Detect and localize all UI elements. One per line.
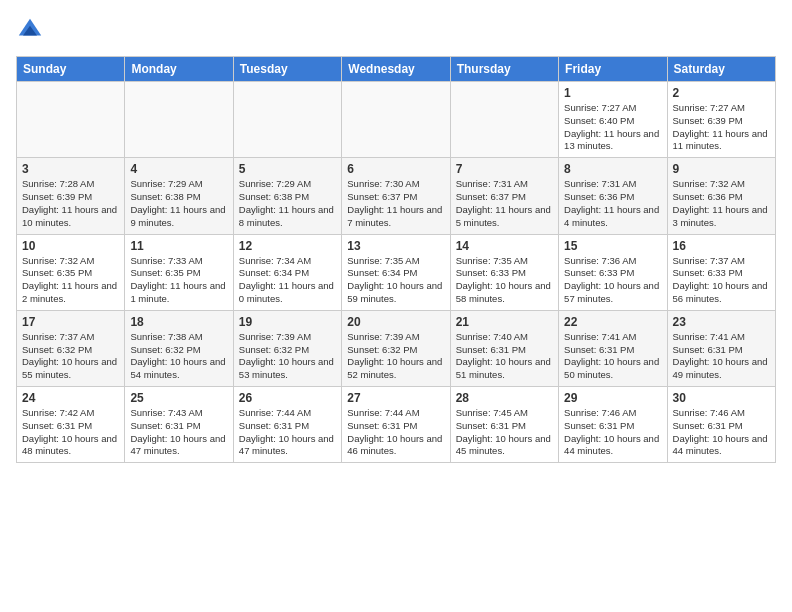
calendar-day-cell: 18Sunrise: 7:38 AM Sunset: 6:32 PM Dayli… bbox=[125, 310, 233, 386]
calendar-day-cell: 23Sunrise: 7:41 AM Sunset: 6:31 PM Dayli… bbox=[667, 310, 775, 386]
day-info: Sunrise: 7:37 AM Sunset: 6:32 PM Dayligh… bbox=[22, 331, 119, 382]
day-number: 17 bbox=[22, 315, 119, 329]
calendar-day-cell: 30Sunrise: 7:46 AM Sunset: 6:31 PM Dayli… bbox=[667, 387, 775, 463]
day-number: 10 bbox=[22, 239, 119, 253]
calendar-day-cell: 20Sunrise: 7:39 AM Sunset: 6:32 PM Dayli… bbox=[342, 310, 450, 386]
calendar-day-cell bbox=[342, 82, 450, 158]
day-number: 22 bbox=[564, 315, 661, 329]
day-number: 6 bbox=[347, 162, 444, 176]
day-number: 23 bbox=[673, 315, 770, 329]
calendar-day-cell: 13Sunrise: 7:35 AM Sunset: 6:34 PM Dayli… bbox=[342, 234, 450, 310]
day-info: Sunrise: 7:33 AM Sunset: 6:35 PM Dayligh… bbox=[130, 255, 227, 306]
day-number: 7 bbox=[456, 162, 553, 176]
calendar-day-cell: 5Sunrise: 7:29 AM Sunset: 6:38 PM Daylig… bbox=[233, 158, 341, 234]
calendar-day-cell: 10Sunrise: 7:32 AM Sunset: 6:35 PM Dayli… bbox=[17, 234, 125, 310]
calendar-col-header: Sunday bbox=[17, 57, 125, 82]
calendar-col-header: Monday bbox=[125, 57, 233, 82]
calendar-day-cell: 21Sunrise: 7:40 AM Sunset: 6:31 PM Dayli… bbox=[450, 310, 558, 386]
day-number: 20 bbox=[347, 315, 444, 329]
calendar-day-cell: 9Sunrise: 7:32 AM Sunset: 6:36 PM Daylig… bbox=[667, 158, 775, 234]
logo-icon bbox=[16, 16, 44, 44]
day-info: Sunrise: 7:32 AM Sunset: 6:35 PM Dayligh… bbox=[22, 255, 119, 306]
day-info: Sunrise: 7:34 AM Sunset: 6:34 PM Dayligh… bbox=[239, 255, 336, 306]
day-number: 2 bbox=[673, 86, 770, 100]
calendar-day-cell: 29Sunrise: 7:46 AM Sunset: 6:31 PM Dayli… bbox=[559, 387, 667, 463]
day-info: Sunrise: 7:27 AM Sunset: 6:39 PM Dayligh… bbox=[673, 102, 770, 153]
day-info: Sunrise: 7:42 AM Sunset: 6:31 PM Dayligh… bbox=[22, 407, 119, 458]
day-info: Sunrise: 7:40 AM Sunset: 6:31 PM Dayligh… bbox=[456, 331, 553, 382]
calendar-col-header: Tuesday bbox=[233, 57, 341, 82]
day-info: Sunrise: 7:44 AM Sunset: 6:31 PM Dayligh… bbox=[347, 407, 444, 458]
day-info: Sunrise: 7:38 AM Sunset: 6:32 PM Dayligh… bbox=[130, 331, 227, 382]
calendar-day-cell: 1Sunrise: 7:27 AM Sunset: 6:40 PM Daylig… bbox=[559, 82, 667, 158]
calendar-day-cell: 3Sunrise: 7:28 AM Sunset: 6:39 PM Daylig… bbox=[17, 158, 125, 234]
day-info: Sunrise: 7:44 AM Sunset: 6:31 PM Dayligh… bbox=[239, 407, 336, 458]
day-number: 26 bbox=[239, 391, 336, 405]
calendar-table: SundayMondayTuesdayWednesdayThursdayFrid… bbox=[16, 56, 776, 463]
day-number: 8 bbox=[564, 162, 661, 176]
day-number: 1 bbox=[564, 86, 661, 100]
calendar-day-cell: 24Sunrise: 7:42 AM Sunset: 6:31 PM Dayli… bbox=[17, 387, 125, 463]
day-info: Sunrise: 7:41 AM Sunset: 6:31 PM Dayligh… bbox=[673, 331, 770, 382]
day-info: Sunrise: 7:41 AM Sunset: 6:31 PM Dayligh… bbox=[564, 331, 661, 382]
calendar-day-cell: 14Sunrise: 7:35 AM Sunset: 6:33 PM Dayli… bbox=[450, 234, 558, 310]
day-info: Sunrise: 7:28 AM Sunset: 6:39 PM Dayligh… bbox=[22, 178, 119, 229]
day-number: 5 bbox=[239, 162, 336, 176]
day-info: Sunrise: 7:35 AM Sunset: 6:34 PM Dayligh… bbox=[347, 255, 444, 306]
calendar-day-cell: 27Sunrise: 7:44 AM Sunset: 6:31 PM Dayli… bbox=[342, 387, 450, 463]
calendar-day-cell: 4Sunrise: 7:29 AM Sunset: 6:38 PM Daylig… bbox=[125, 158, 233, 234]
day-info: Sunrise: 7:31 AM Sunset: 6:36 PM Dayligh… bbox=[564, 178, 661, 229]
day-number: 28 bbox=[456, 391, 553, 405]
day-number: 3 bbox=[22, 162, 119, 176]
calendar-day-cell: 8Sunrise: 7:31 AM Sunset: 6:36 PM Daylig… bbox=[559, 158, 667, 234]
calendar-header-row: SundayMondayTuesdayWednesdayThursdayFrid… bbox=[17, 57, 776, 82]
calendar-col-header: Wednesday bbox=[342, 57, 450, 82]
day-number: 27 bbox=[347, 391, 444, 405]
day-number: 18 bbox=[130, 315, 227, 329]
day-number: 12 bbox=[239, 239, 336, 253]
day-number: 25 bbox=[130, 391, 227, 405]
day-info: Sunrise: 7:45 AM Sunset: 6:31 PM Dayligh… bbox=[456, 407, 553, 458]
calendar-day-cell: 22Sunrise: 7:41 AM Sunset: 6:31 PM Dayli… bbox=[559, 310, 667, 386]
calendar-day-cell bbox=[233, 82, 341, 158]
day-info: Sunrise: 7:35 AM Sunset: 6:33 PM Dayligh… bbox=[456, 255, 553, 306]
day-info: Sunrise: 7:32 AM Sunset: 6:36 PM Dayligh… bbox=[673, 178, 770, 229]
calendar-day-cell: 2Sunrise: 7:27 AM Sunset: 6:39 PM Daylig… bbox=[667, 82, 775, 158]
day-info: Sunrise: 7:46 AM Sunset: 6:31 PM Dayligh… bbox=[564, 407, 661, 458]
calendar-day-cell: 17Sunrise: 7:37 AM Sunset: 6:32 PM Dayli… bbox=[17, 310, 125, 386]
logo bbox=[16, 16, 48, 44]
day-info: Sunrise: 7:29 AM Sunset: 6:38 PM Dayligh… bbox=[239, 178, 336, 229]
day-number: 9 bbox=[673, 162, 770, 176]
page-header bbox=[16, 16, 776, 44]
day-info: Sunrise: 7:36 AM Sunset: 6:33 PM Dayligh… bbox=[564, 255, 661, 306]
calendar-col-header: Friday bbox=[559, 57, 667, 82]
calendar-day-cell bbox=[450, 82, 558, 158]
calendar-day-cell: 19Sunrise: 7:39 AM Sunset: 6:32 PM Dayli… bbox=[233, 310, 341, 386]
day-info: Sunrise: 7:27 AM Sunset: 6:40 PM Dayligh… bbox=[564, 102, 661, 153]
day-number: 16 bbox=[673, 239, 770, 253]
calendar-day-cell: 26Sunrise: 7:44 AM Sunset: 6:31 PM Dayli… bbox=[233, 387, 341, 463]
calendar-day-cell: 25Sunrise: 7:43 AM Sunset: 6:31 PM Dayli… bbox=[125, 387, 233, 463]
day-info: Sunrise: 7:46 AM Sunset: 6:31 PM Dayligh… bbox=[673, 407, 770, 458]
day-number: 13 bbox=[347, 239, 444, 253]
calendar-day-cell: 15Sunrise: 7:36 AM Sunset: 6:33 PM Dayli… bbox=[559, 234, 667, 310]
day-info: Sunrise: 7:37 AM Sunset: 6:33 PM Dayligh… bbox=[673, 255, 770, 306]
day-info: Sunrise: 7:31 AM Sunset: 6:37 PM Dayligh… bbox=[456, 178, 553, 229]
day-info: Sunrise: 7:39 AM Sunset: 6:32 PM Dayligh… bbox=[239, 331, 336, 382]
calendar-day-cell bbox=[125, 82, 233, 158]
calendar-week-row: 3Sunrise: 7:28 AM Sunset: 6:39 PM Daylig… bbox=[17, 158, 776, 234]
day-number: 29 bbox=[564, 391, 661, 405]
calendar-col-header: Saturday bbox=[667, 57, 775, 82]
calendar-day-cell: 7Sunrise: 7:31 AM Sunset: 6:37 PM Daylig… bbox=[450, 158, 558, 234]
calendar-day-cell: 16Sunrise: 7:37 AM Sunset: 6:33 PM Dayli… bbox=[667, 234, 775, 310]
day-number: 21 bbox=[456, 315, 553, 329]
day-number: 30 bbox=[673, 391, 770, 405]
calendar-day-cell: 6Sunrise: 7:30 AM Sunset: 6:37 PM Daylig… bbox=[342, 158, 450, 234]
day-number: 15 bbox=[564, 239, 661, 253]
day-number: 4 bbox=[130, 162, 227, 176]
day-number: 14 bbox=[456, 239, 553, 253]
day-info: Sunrise: 7:30 AM Sunset: 6:37 PM Dayligh… bbox=[347, 178, 444, 229]
calendar-col-header: Thursday bbox=[450, 57, 558, 82]
day-number: 24 bbox=[22, 391, 119, 405]
calendar-day-cell: 12Sunrise: 7:34 AM Sunset: 6:34 PM Dayli… bbox=[233, 234, 341, 310]
